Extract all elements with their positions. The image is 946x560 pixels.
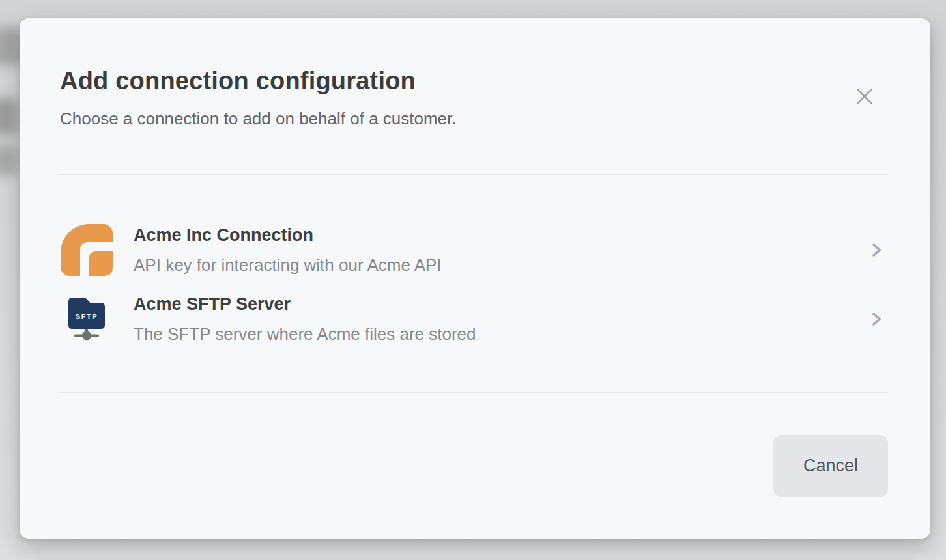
sftp-icon-label: SFTP bbox=[76, 313, 98, 320]
backdrop-blur-content bbox=[0, 145, 18, 176]
close-button[interactable] bbox=[854, 86, 875, 107]
close-icon bbox=[855, 87, 874, 106]
chevron-right-icon bbox=[870, 312, 883, 326]
backdrop-blur-content bbox=[0, 98, 18, 135]
header-divider bbox=[60, 174, 888, 175]
dialog-subtitle: Choose a connection to add on behalf of … bbox=[60, 109, 457, 129]
acme-logo-icon bbox=[60, 224, 113, 276]
connection-row-acme-sftp[interactable]: SFTP Acme SFTP Server The SFTP server wh… bbox=[60, 285, 888, 353]
dialog-title: Add connection configuration bbox=[60, 67, 416, 95]
connection-row-acme-inc[interactable]: Acme Inc Connection API key for interact… bbox=[60, 216, 888, 284]
connection-description: The SFTP server where Acme files are sto… bbox=[134, 324, 476, 344]
chevron-right-icon bbox=[870, 243, 883, 257]
connection-info: Acme SFTP Server The SFTP server where A… bbox=[134, 294, 476, 344]
connection-description: API key for interacting with our Acme AP… bbox=[134, 255, 442, 275]
backdrop-blur-content bbox=[0, 27, 22, 65]
footer-divider bbox=[60, 392, 888, 393]
connection-name: Acme SFTP Server bbox=[134, 294, 476, 315]
add-connection-dialog: Add connection configuration Choose a co… bbox=[20, 18, 930, 539]
sftp-folder-icon: SFTP bbox=[60, 295, 113, 343]
cancel-button[interactable]: Cancel bbox=[773, 435, 888, 497]
connection-name: Acme Inc Connection bbox=[134, 225, 442, 245]
connection-info: Acme Inc Connection API key for interact… bbox=[134, 225, 442, 275]
